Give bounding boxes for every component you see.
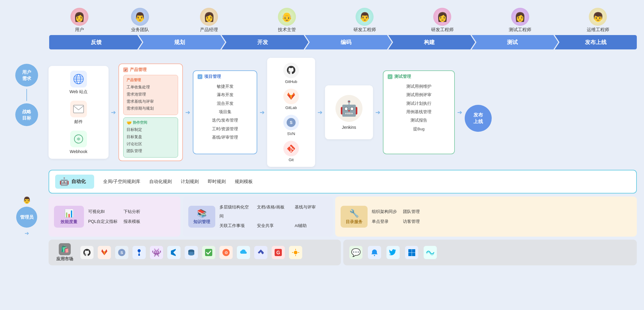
- arrow2: ➔: [183, 109, 193, 116]
- jenkins-icon: 🤖: [335, 95, 362, 122]
- tool-windows[interactable]: [405, 246, 418, 259]
- testing-box: ✓ 测试管理 测试用例维护 测试用例评审 测试计划执行 用例基线管理 测试报告 …: [383, 70, 455, 154]
- directory-header: 🔧 目录服务: [341, 206, 368, 228]
- pipeline-row: 反馈 规划 开发 编码 构建 测试 发布上线: [49, 35, 637, 49]
- svg-text:S: S: [290, 120, 292, 125]
- collab-space-section: 🤝 协作空间 目标制定 目标复盘 讨论社区 团队管理: [123, 117, 178, 158]
- gitlab-icon: [283, 89, 299, 104]
- svg-point-17: [138, 249, 141, 252]
- app-market-header: 🛍️ 应用市场: [54, 243, 76, 262]
- app-market-label: 应用市场: [56, 256, 73, 262]
- user-need-label: 用户 需求: [15, 64, 38, 87]
- svg-rect-39: [412, 253, 415, 256]
- product-mgmt-pink-section: 产品管理 工单收集处理 需求池管理 需求基线与评审 需求排期与规划: [123, 75, 178, 115]
- arrow5: ➔: [373, 109, 383, 116]
- svg-marker-9: [287, 93, 290, 95]
- collab-section-items: 目标制定 目标复盘 讨论社区 团队管理: [127, 126, 175, 155]
- product-section-title: 产品管理: [127, 78, 175, 83]
- svg-marker-10: [292, 93, 295, 95]
- automation-row: 🤖 自动化 全局/子空间规则库 自动化规则 计划规则 即时规则 规则模板: [49, 170, 637, 193]
- pipeline-build: 构建: [388, 35, 470, 49]
- tool-bird[interactable]: [386, 246, 400, 259]
- knowledge-header: 📚 知识管理: [188, 206, 215, 228]
- svg-point-30: [294, 251, 297, 254]
- avatar-ops: 👦: [589, 8, 607, 26]
- svg-text:S: S: [121, 250, 123, 255]
- avatar-user: 👩: [70, 8, 88, 26]
- persona-dev1: 👨 研发工程师: [326, 8, 403, 33]
- app-g[interactable]: G: [272, 246, 285, 259]
- efficiency-label: 效能度量: [61, 219, 77, 225]
- arrow1: ➔: [109, 109, 118, 116]
- main-diagram: 用户 需求 战略 目标 Web 站点: [7, 58, 637, 167]
- channel-web: Web 站点: [53, 71, 104, 95]
- svg-rect-37: [412, 249, 415, 252]
- persona-biz: 👨 业务团队: [110, 8, 170, 33]
- app-sourcetree[interactable]: [133, 246, 146, 259]
- persona-user-label: 用户: [75, 27, 84, 33]
- tool-gitlab: GitLab: [272, 89, 310, 110]
- app-sun[interactable]: [289, 246, 302, 259]
- tool-notify[interactable]: [368, 246, 381, 259]
- gitlab-label: GitLab: [285, 105, 297, 110]
- web-icon: [70, 71, 87, 87]
- persona-pm: 👩 产品经理: [170, 8, 248, 33]
- arrow6: ➔: [455, 109, 465, 116]
- avatar-biz: 👨: [131, 8, 149, 26]
- auto-item-4: 规则模板: [235, 179, 253, 185]
- app-alien[interactable]: 👾: [150, 246, 163, 259]
- app-cloud[interactable]: [237, 246, 250, 259]
- auto-item-3: 即时规则: [208, 179, 226, 185]
- svg-point-24: [188, 253, 194, 255]
- avatar-dev1: 👨: [356, 8, 374, 26]
- efficiency-box: 📊 效能度量 可视化BI 下钻分析 PQL自定义指标 报表模板: [49, 196, 180, 237]
- automation-label: 自动化: [71, 179, 86, 185]
- tool-chat[interactable]: 💬: [349, 246, 362, 259]
- avatar-test: 👩: [511, 8, 529, 26]
- knowledge-items: 多层级结构化空间 文档/表格/画板 基线与评审 关联工作事项 安全共享 AI辅助: [219, 203, 327, 230]
- app-monitor[interactable]: ⊙: [219, 246, 233, 259]
- admin-col: 👨 管理员 ➔: [7, 196, 46, 237]
- product-mgmt-box: ✓ 产品管理 产品管理 工单收集处理 需求池管理 需求基线与评审 需求排期与规划: [118, 63, 183, 161]
- admin-label: 管理员: [16, 207, 37, 228]
- email-icon: [70, 101, 87, 117]
- strategy-label: 战略 目标: [15, 103, 38, 126]
- product-section-header: ✓ 产品管理: [123, 67, 178, 72]
- project-header: ✓ 项目管理: [198, 74, 252, 79]
- persona-biz-label: 业务团队: [131, 27, 149, 33]
- jenkins-label: Jenkins: [342, 125, 356, 130]
- app-svn[interactable]: S: [115, 246, 128, 259]
- app-db[interactable]: [185, 246, 198, 259]
- efficiency-header: 📊 效能度量: [54, 206, 84, 228]
- testing-items: 测试用例维护 测试用例评审 测试计划执行 用例基线管理 测试报告 提Bug: [388, 82, 450, 133]
- persona-dev1-label: 研发工程师: [353, 27, 376, 33]
- svg-rect-36: [408, 249, 412, 252]
- automation-row-wrap: 🤖 自动化 全局/子空间规则库 自动化规则 计划规则 即时规则 规则模板: [7, 170, 637, 193]
- tool-wave[interactable]: [424, 246, 437, 259]
- persona-tech-label: 技术主管: [278, 27, 296, 33]
- bottom-services-row: 👨 管理员 ➔ 📊 效能度量 可视化BI 下钻分析 PQL自定义指标 报表模板: [7, 196, 637, 237]
- directory-label: 目录服务: [346, 219, 362, 225]
- app-github[interactable]: [80, 246, 94, 259]
- tool-git: Git: [272, 141, 310, 162]
- svg-point-35: [374, 255, 375, 256]
- directory-icon: 🔧: [349, 209, 359, 218]
- email-label: 邮件: [74, 119, 83, 125]
- app-vscode[interactable]: [167, 246, 180, 259]
- knowledge-label: 知识管理: [193, 219, 210, 225]
- pipeline-dev: 开发: [222, 35, 304, 49]
- pipeline-code: 编码: [305, 35, 387, 49]
- directory-items: 组织架构同步 团队管理 单点登录 访客管理: [372, 207, 428, 226]
- robot-icon: 🤖: [59, 177, 69, 186]
- product-section-items: 工单收集处理 需求池管理 需求基线与评审 需求排期与规划: [127, 84, 175, 112]
- knowledge-box: 📚 知识管理 多层级结构化空间 文档/表格/画板 基线与评审 关联工作事项 安全…: [183, 196, 333, 237]
- app-gitlab[interactable]: [98, 246, 111, 259]
- app-icons-row: S 👾: [80, 246, 302, 259]
- left-col: 用户 需求 战略 目标: [7, 58, 46, 129]
- persona-pm-label: 产品经理: [200, 27, 218, 33]
- app-check[interactable]: [202, 246, 215, 259]
- code-tools-box: GitHub GitLab S SVN: [267, 58, 315, 167]
- svn-label: SVN: [287, 131, 295, 136]
- persona-test: 👩 测试工程师: [481, 8, 559, 33]
- app-blue[interactable]: [254, 246, 267, 259]
